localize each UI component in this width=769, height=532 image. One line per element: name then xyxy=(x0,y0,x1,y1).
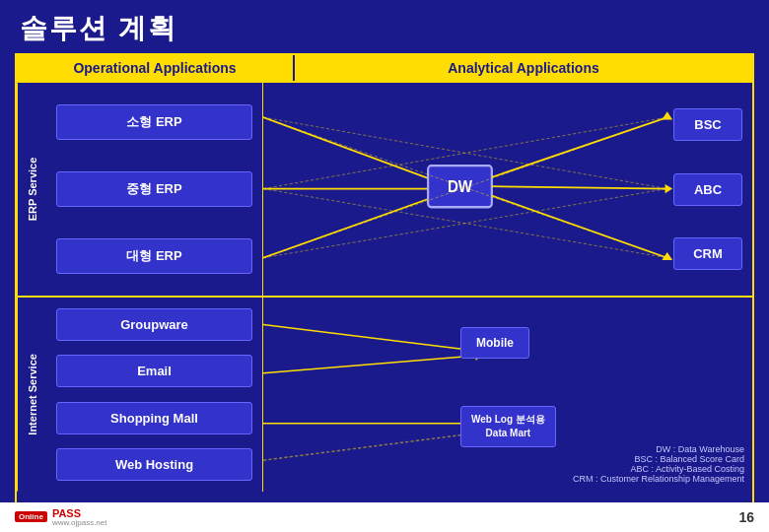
erp-boxes: 소형 ERP 중형 ERP 대형 ERP xyxy=(46,83,263,296)
large-erp-box: 대형 ERP xyxy=(56,238,252,274)
crm-box: CRM xyxy=(673,237,742,270)
svg-line-20 xyxy=(263,433,476,461)
small-erp-box: 소형 ERP xyxy=(56,104,252,140)
erp-diagram: DW xyxy=(263,83,752,296)
mobile-box: Mobile xyxy=(460,327,529,359)
page-number: 16 xyxy=(738,509,754,525)
svg-text:DW: DW xyxy=(448,178,472,196)
logo-area: Online PASS www.ojpass.net xyxy=(15,507,106,528)
internet-boxes: Groupware Email Shopping Mall Web Hostin… xyxy=(46,298,263,492)
svg-line-12 xyxy=(263,117,667,258)
svg-line-7 xyxy=(492,186,667,188)
main-area: Operational Applications Analytical Appl… xyxy=(15,53,754,526)
bsc-box: BSC xyxy=(673,108,742,141)
header-right: Analytical Applications xyxy=(293,55,752,81)
svg-line-11 xyxy=(263,117,667,188)
svg-line-2 xyxy=(263,193,444,257)
abbreviation-notes: DW : Data Warehouse BSC : Balanced Score… xyxy=(573,444,744,484)
mid-erp-box: 중형 ERP xyxy=(56,171,252,207)
svg-line-9 xyxy=(492,196,667,258)
svg-line-14 xyxy=(263,189,667,258)
webhosting-box: Web Hosting xyxy=(56,448,252,481)
abc-box: ABC xyxy=(673,173,742,206)
erp-sidebar-label: ERP Service xyxy=(17,83,46,296)
weblog-box: Web Log 분석용Data Mart xyxy=(460,406,556,447)
header-left: Operational Applications xyxy=(17,55,293,81)
internet-sidebar-label: Internet Service xyxy=(17,298,46,492)
footer: Online PASS www.ojpass.net 16 xyxy=(0,502,769,532)
logo-pass: PASS xyxy=(52,507,107,519)
title: 솔루션 계획 xyxy=(0,0,769,53)
logo-url: www.ojpass.net xyxy=(52,519,107,528)
shopping-box: Shopping Mall xyxy=(56,402,252,434)
svg-marker-10 xyxy=(662,252,672,260)
svg-line-5 xyxy=(492,117,667,177)
svg-line-15 xyxy=(263,117,667,258)
svg-line-18 xyxy=(263,356,476,373)
groupware-box: Groupware xyxy=(56,308,252,341)
svg-rect-3 xyxy=(428,166,492,207)
logo-badge: Online xyxy=(15,511,47,522)
email-box: Email xyxy=(56,355,252,387)
internet-section: Internet Service Groupware Email Shoppin… xyxy=(17,297,752,492)
svg-marker-8 xyxy=(665,184,673,193)
svg-line-16 xyxy=(263,189,667,258)
erp-section: ERP Service 소형 ERP 중형 ERP 대형 ERP xyxy=(17,83,752,297)
svg-line-13 xyxy=(263,117,667,188)
svg-marker-6 xyxy=(662,111,672,119)
svg-line-17 xyxy=(263,325,476,352)
internet-diagram: Mobile Web Log 분석용Data Mart DW : Data Wa… xyxy=(263,298,752,492)
header-row: Operational Applications Analytical Appl… xyxy=(17,55,752,83)
svg-line-0 xyxy=(263,117,444,184)
